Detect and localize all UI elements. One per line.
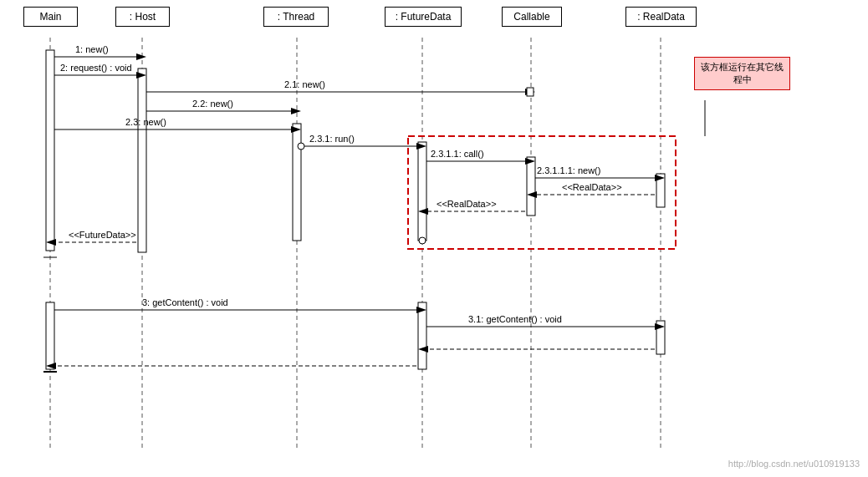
- svg-text:2.2: new(): 2.2: new(): [192, 99, 233, 109]
- svg-marker-51: [46, 239, 56, 246]
- svg-rect-24: [527, 88, 534, 96]
- svg-marker-29: [291, 126, 301, 133]
- svg-rect-8: [138, 69, 146, 252]
- lifeline-futuredata: : FutureData: [385, 7, 462, 27]
- svg-rect-7: [46, 302, 54, 369]
- watermark: http://blog.csdn.net/u010919133: [728, 459, 860, 469]
- svg-text:3: getContent() : void: 3: getContent() : void: [142, 297, 228, 307]
- lifeline-realdata: : RealData: [625, 7, 697, 27]
- svg-text:<<RealData>>: <<RealData>>: [437, 199, 497, 209]
- svg-marker-36: [525, 158, 535, 165]
- svg-marker-42: [527, 191, 537, 198]
- svg-point-47: [419, 237, 426, 244]
- svg-rect-11: [418, 302, 426, 369]
- svg-marker-45: [418, 208, 428, 215]
- svg-marker-54: [416, 307, 426, 313]
- note-box: 该方框运行在其它线程中: [694, 57, 790, 90]
- svg-marker-60: [418, 346, 428, 353]
- svg-marker-62: [46, 363, 56, 369]
- svg-point-31: [298, 143, 304, 150]
- svg-marker-22: [525, 89, 535, 95]
- svg-text:2.1: new(): 2.1: new(): [284, 79, 325, 89]
- svg-text:3.1: getContent() : void: 3.1: getContent() : void: [468, 314, 562, 324]
- svg-text:2.3.1: run(): 2.3.1: run(): [309, 134, 355, 144]
- svg-text:2.3.1.1: call(): 2.3.1.1: call(): [431, 149, 484, 159]
- svg-rect-12: [527, 157, 535, 216]
- svg-rect-14: [656, 321, 665, 354]
- svg-marker-57: [655, 323, 665, 330]
- svg-text:1: new(): 1: new(): [75, 44, 109, 54]
- lifeline-host: : Host: [115, 7, 170, 27]
- lifeline-thread: : Thread: [263, 7, 329, 27]
- svg-rect-48: [408, 136, 676, 249]
- svg-rect-10: [418, 142, 426, 241]
- svg-marker-16: [136, 53, 146, 60]
- svg-rect-6: [46, 50, 54, 251]
- svg-text:<<FutureData>>: <<FutureData>>: [69, 230, 136, 240]
- svg-marker-33: [416, 143, 426, 150]
- svg-marker-39: [655, 175, 665, 181]
- svg-text:2.3: new(): 2.3: new(): [125, 117, 166, 127]
- lifeline-main: Main: [23, 7, 78, 27]
- lifeline-callable: Callable: [502, 7, 562, 27]
- svg-text:2.3.1.1.1: new(): 2.3.1.1.1: new(): [537, 165, 600, 175]
- svg-marker-26: [291, 108, 301, 114]
- svg-rect-9: [293, 124, 301, 241]
- svg-text:2: request() : void: 2: request() : void: [60, 63, 132, 73]
- svg-marker-19: [136, 72, 146, 79]
- uml-sequence-diagram: 1: new() 2: request() : void 2.1: new() …: [0, 0, 868, 477]
- svg-text:<<RealData>>: <<RealData>>: [562, 182, 622, 192]
- svg-rect-13: [656, 174, 665, 207]
